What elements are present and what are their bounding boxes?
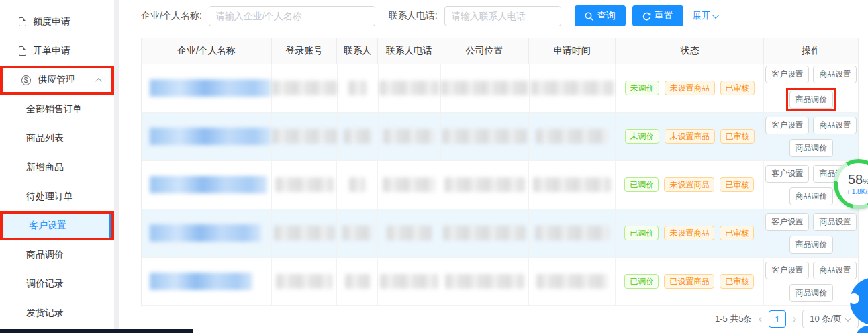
redacted-apply-time (533, 177, 611, 192)
sidebar-item-3[interactable]: 全部销售订单 (0, 95, 114, 124)
search-icon (585, 12, 593, 21)
company-name-input[interactable] (209, 6, 375, 26)
company-name-label: 企业/个人名称: (141, 10, 202, 22)
redacted-apply-time (536, 274, 608, 289)
product-reprice-button[interactable]: 商品调价 (789, 139, 833, 157)
window-edge-bar (0, 329, 193, 333)
column-header-5: 申请时间 (529, 38, 616, 64)
status-badge: 未调价 (625, 129, 659, 144)
redacted-contact-phone (383, 129, 435, 144)
status-badge: 未调价 (625, 81, 659, 95)
status-badge: 已审核 (720, 129, 755, 144)
status-badge: 已审核 (720, 81, 755, 95)
chevron-down-icon (712, 12, 719, 19)
sidebar-item-1[interactable]: 开单申请 (0, 36, 114, 66)
status-cell: 未调价未设置商品已审核 (616, 113, 764, 160)
column-header-2: 联系人 (337, 38, 378, 64)
action-cell: 客户设置商品设置 商品调价 (764, 258, 858, 305)
redacted-contact (349, 177, 365, 192)
product-settings-button[interactable]: 商品设置 (813, 213, 857, 231)
redacted-login-account (275, 177, 334, 192)
customer-settings-button[interactable]: 客户设置 (765, 66, 809, 83)
sidebar-item-7[interactable]: 客户设置 (0, 211, 114, 240)
redacted-contact (342, 226, 372, 240)
status-cell: 未调价未设置商品已审核 (616, 64, 764, 112)
expand-link[interactable]: 展开 (693, 10, 719, 22)
sidebar-item-2[interactable]: $ 供应管理 (0, 66, 114, 95)
sidebar-item-label: 新增商品 (26, 162, 64, 173)
customer-settings-button[interactable]: 客户设置 (765, 213, 809, 231)
sidebar-menu: 额度申请 开单申请 $ 供应管理 全部销售订单 商品列表 新增商品 待处理订单 … (0, 0, 114, 328)
redacted-company-location (441, 81, 529, 95)
status-badge: 未设置商品 (665, 81, 715, 95)
redacted-login-account (272, 129, 337, 144)
redacted-login-account (272, 81, 337, 95)
page-number-button[interactable]: 1 (769, 310, 786, 328)
column-header-1: 登录账号 (272, 38, 338, 64)
column-header-3: 联系人电话 (378, 38, 440, 64)
column-header-0: 企业/个人名称 (142, 38, 272, 64)
next-page-button[interactable]: › (793, 314, 796, 324)
sidebar-item-10[interactable]: 发货记录 (0, 299, 114, 328)
table-body: 未调价未设置商品已审核 客户设置商品设置 商品调价 未调价未设置商品已审核 客户… (142, 64, 858, 306)
status-badge: 已审核 (720, 226, 754, 240)
redacted-company-location (445, 274, 524, 289)
sidebar-item-label: 客户设置 (29, 220, 66, 232)
sidebar-item-label: 额度申请 (33, 16, 70, 28)
sidebar-item-9[interactable]: 调价记录 (0, 269, 114, 299)
reset-button-label: 重置 (655, 10, 673, 22)
sidebar-item-label: 商品列表 (26, 132, 64, 144)
sidebar: 额度申请 开单申请 $ 供应管理 全部销售订单 商品列表 新增商品 待处理订单 … (0, 0, 114, 329)
sidebar-item-label: 待处理订单 (26, 191, 73, 203)
sidebar-item-4[interactable]: 商品列表 (0, 124, 114, 153)
sidebar-item-label: 调价记录 (26, 278, 64, 290)
sidebar-item-5[interactable]: 新增商品 (0, 153, 114, 182)
redacted-apply-time (535, 226, 609, 240)
expand-link-label: 展开 (693, 10, 711, 22)
status-badge: 未设置商品 (664, 226, 714, 240)
pagination: 1-5 共5条 ‹ 1 › 10 条/页 (141, 310, 859, 328)
product-settings-button[interactable]: 商品设置 (813, 66, 857, 83)
filter-bar: 企业/个人名称: 联系人电话: 查询 重置 展开 (141, 5, 719, 26)
product-reprice-button[interactable]: 商品调价 (789, 284, 833, 302)
status-badge: 已设置商品 (664, 274, 714, 289)
page-size-value: 10 条/页 (810, 313, 842, 325)
redacted-contact-phone (379, 81, 439, 95)
table-row: 已调价已设置商品已审核 客户设置商品设置 商品调价 (142, 258, 858, 306)
product-reprice-button[interactable]: 商品调价 (789, 91, 833, 109)
reset-button[interactable]: 重置 (632, 5, 683, 26)
sidebar-item-label: 商品调价 (26, 249, 64, 261)
table-row: 已调价未设置商品已审核 客户设置商品设置 商品调价 (142, 161, 858, 209)
product-reprice-button[interactable]: 商品调价 (789, 236, 833, 254)
search-button-label: 查询 (597, 10, 616, 22)
sidebar-scrollbar[interactable] (114, 0, 119, 329)
customer-settings-button[interactable]: 客户设置 (765, 262, 809, 279)
search-button[interactable]: 查询 (575, 5, 626, 26)
action-cell: 客户设置商品设置 商品调价 (764, 209, 858, 257)
main-content: 企业/个人名称: 联系人电话: 查询 重置 展开 企业/个人名称登录账号联系人联… (119, 0, 868, 333)
page-size-select[interactable]: 10 条/页 (802, 310, 859, 328)
product-settings-button[interactable]: 商品设置 (813, 117, 857, 134)
sidebar-item-8[interactable]: 商品调价 (0, 240, 114, 269)
customer-settings-button[interactable]: 客户设置 (765, 117, 809, 134)
sidebar-item-6[interactable]: 待处理订单 (0, 182, 114, 211)
status-badge: 未设置商品 (665, 129, 715, 144)
product-settings-button[interactable]: 商品设置 (813, 262, 857, 279)
prev-page-button[interactable]: ‹ (759, 314, 762, 324)
contact-phone-input[interactable] (444, 6, 561, 26)
status-badge: 已审核 (720, 274, 754, 289)
speed-percent-unit: % (863, 177, 868, 185)
product-reprice-button[interactable]: 商品调价 (789, 187, 833, 205)
status-cell: 已调价未设置商品已审核 (616, 209, 765, 257)
status-cell: 已调价已设置商品已审核 (616, 258, 765, 305)
status-badge: 已调价 (624, 177, 659, 192)
redacted-login-account (274, 226, 335, 240)
column-header-4: 公司位置 (440, 38, 529, 64)
status-cell: 已调价未设置商品已审核 (616, 161, 765, 209)
upload-arrow-icon: ↑ (847, 188, 850, 195)
sidebar-item-0[interactable]: 额度申请 (0, 7, 114, 36)
status-badge: 已调价 (624, 226, 659, 240)
customer-settings-button[interactable]: 客户设置 (765, 165, 809, 183)
table-row: 已调价未设置商品已审核 客户设置商品设置 商品调价 (142, 209, 858, 258)
speed-percent: 58 (848, 172, 863, 187)
